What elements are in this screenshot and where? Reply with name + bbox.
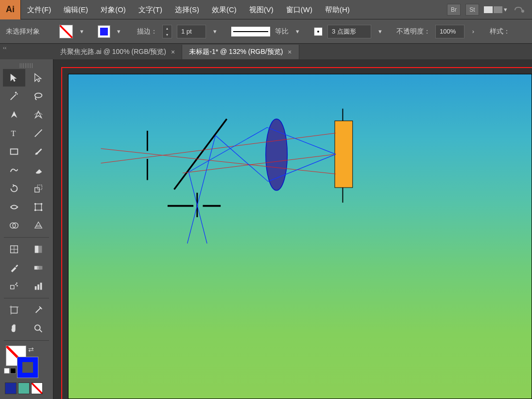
- fill-swatch[interactable]: [59, 25, 73, 38]
- width-tool[interactable]: [3, 198, 25, 216]
- blend-tool[interactable]: [27, 259, 50, 277]
- menu-file[interactable]: 文件(F): [21, 0, 57, 19]
- mesh-tool[interactable]: [3, 241, 25, 258]
- menu-select[interactable]: 选择(S): [169, 0, 206, 19]
- shaper-tool[interactable]: [3, 161, 25, 179]
- cp-swap-icon[interactable]: ⇄: [28, 346, 34, 353]
- tab-label: 共聚焦光路.ai @ 100% (RGB/预览): [60, 48, 166, 56]
- fill-dropdown[interactable]: ▾: [78, 25, 86, 38]
- svg-point-8: [34, 203, 36, 205]
- svg-point-25: [16, 282, 17, 284]
- opacity-input[interactable]: 100%: [435, 25, 464, 38]
- svg-rect-29: [11, 307, 17, 313]
- artboard-tool[interactable]: [3, 301, 25, 319]
- svg-line-35: [39, 330, 42, 332]
- artboard[interactable]: [68, 74, 532, 399]
- menu-object[interactable]: 对象(O): [94, 0, 132, 19]
- swatch-3-none[interactable]: [31, 382, 43, 394]
- menu-edit[interactable]: 编辑(E): [57, 0, 94, 19]
- cp-stroke-swatch[interactable]: [17, 357, 38, 378]
- bridge-icon[interactable]: Br: [447, 4, 461, 16]
- eyedropper-tool[interactable]: [3, 259, 25, 277]
- brush-preview[interactable]: [314, 27, 323, 36]
- profile-dropdown[interactable]: ▾: [293, 25, 301, 38]
- svg-rect-4: [11, 149, 18, 155]
- cp-default-icon[interactable]: [4, 368, 16, 374]
- profile-label: 等比: [275, 27, 289, 36]
- stroke-label[interactable]: 描边：: [137, 27, 157, 36]
- svg-point-10: [34, 209, 36, 211]
- workspace-switcher[interactable]: ▾: [484, 6, 507, 13]
- menu-type[interactable]: 文字(T): [132, 0, 169, 19]
- swatch-1[interactable]: [5, 382, 17, 394]
- free-transform-tool[interactable]: [27, 198, 50, 216]
- svg-line-51: [216, 136, 268, 182]
- stroke-swatch[interactable]: [98, 26, 110, 37]
- app-logo: Ai: [0, 0, 21, 19]
- line-tool[interactable]: [27, 124, 50, 142]
- brush-dropdown[interactable]: ▾: [376, 25, 384, 38]
- rectangle-tool[interactable]: [3, 143, 25, 160]
- symbol-sprayer-tool[interactable]: [3, 278, 25, 295]
- scale-tool[interactable]: [27, 180, 50, 197]
- hand-tool[interactable]: [3, 320, 25, 337]
- opacity-more[interactable]: ›: [469, 25, 477, 38]
- curvature-tool[interactable]: [27, 106, 50, 123]
- brush-input[interactable]: 3 点圆形: [327, 25, 371, 38]
- slice-tool[interactable]: [27, 301, 50, 319]
- svg-rect-5: [34, 188, 39, 192]
- stroke-dropdown[interactable]: ▾: [115, 25, 122, 38]
- paintbrush-tool[interactable]: [27, 143, 50, 160]
- svg-point-0: [521, 10, 524, 13]
- opacity-label[interactable]: 不透明度：: [396, 27, 430, 36]
- stock-icon[interactable]: St: [465, 4, 479, 16]
- svg-point-9: [40, 203, 42, 205]
- style-label[interactable]: 样式：: [490, 27, 510, 36]
- sync-icon[interactable]: [512, 3, 525, 16]
- canvas-area[interactable]: [53, 59, 532, 399]
- perspective-tool[interactable]: [27, 217, 50, 234]
- fill-stroke-picker[interactable]: ⇄: [0, 343, 53, 381]
- svg-line-3: [34, 130, 42, 137]
- svg-rect-28: [40, 283, 42, 290]
- direct-selection-tool[interactable]: [27, 69, 50, 87]
- svg-point-23: [15, 284, 17, 285]
- menu-view[interactable]: 视图(V): [243, 0, 280, 19]
- svg-line-45: [101, 149, 336, 174]
- type-tool[interactable]: T: [3, 124, 25, 142]
- menu-effect[interactable]: 效果(C): [206, 0, 243, 19]
- menu-window[interactable]: 窗口(W): [280, 0, 319, 19]
- column-graph-tool[interactable]: [27, 278, 50, 295]
- selection-tool[interactable]: [3, 69, 25, 87]
- panel-collapse[interactable]: ‹‹: [0, 44, 53, 52]
- swatch-row: [0, 381, 53, 396]
- tab-close-1[interactable]: ×: [171, 48, 175, 56]
- stroke-weight-input[interactable]: 1 pt: [177, 25, 206, 38]
- profile-preview[interactable]: [231, 27, 270, 36]
- stroke-weight-dropdown[interactable]: ▾: [211, 25, 219, 38]
- tab-doc-2[interactable]: 未标题-1* @ 132% (RGB/预览) ×: [182, 45, 299, 59]
- tab-doc-1[interactable]: 共聚焦光路.ai @ 100% (RGB/预览) ×: [53, 45, 182, 59]
- menu-help[interactable]: 帮助(H): [319, 0, 356, 19]
- menu-right: Br St ▾: [447, 3, 532, 16]
- magic-wand-tool[interactable]: [3, 87, 25, 105]
- stroke-stepper[interactable]: ▴▾: [162, 25, 172, 38]
- svg-point-11: [40, 209, 42, 211]
- artwork: [69, 74, 532, 399]
- lasso-tool[interactable]: [27, 87, 50, 105]
- svg-rect-18: [34, 246, 38, 253]
- toolbox-grip[interactable]: ||||||||: [0, 62, 53, 68]
- swatch-2[interactable]: [18, 382, 30, 394]
- gradient-tool[interactable]: [27, 241, 50, 258]
- svg-text:T: T: [11, 129, 16, 138]
- zoom-tool[interactable]: [27, 320, 50, 337]
- svg-rect-27: [37, 284, 39, 290]
- pen-tool[interactable]: [3, 106, 25, 123]
- tab-close-2[interactable]: ×: [288, 48, 292, 56]
- svg-rect-6: [37, 185, 42, 190]
- svg-line-49: [189, 172, 207, 243]
- eraser-tool[interactable]: [27, 161, 50, 179]
- svg-rect-37: [335, 121, 353, 188]
- shape-builder-tool[interactable]: [3, 217, 25, 234]
- rotate-tool[interactable]: [3, 180, 25, 197]
